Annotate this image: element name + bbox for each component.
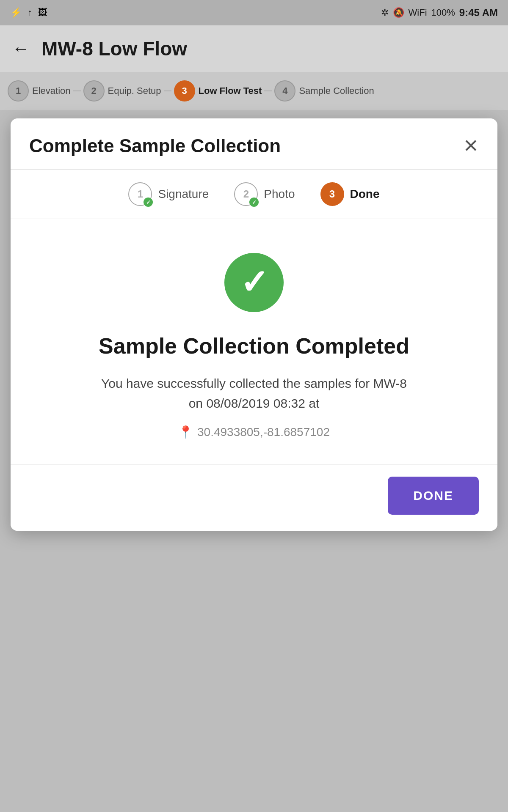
back-button[interactable]: ← [12, 40, 30, 58]
sub-step-2: 2 ✓ Photo [234, 182, 295, 206]
completion-title: Sample Collection Completed [99, 333, 409, 359]
step-4[interactable]: 4 Sample Collection [274, 80, 374, 102]
wifi-icon: WiFi [409, 7, 427, 18]
modal-backdrop: Complete Sample Collection ✕ 1 ✓ Signatu… [0, 110, 508, 812]
success-checkmark-icon: ✓ [240, 266, 268, 299]
step-2-label: Equip. Setup [108, 85, 161, 96]
sub-step-1-check: ✓ [144, 198, 153, 207]
page-title: MW-8 Low Flow [41, 37, 187, 60]
step-navigation: 1 Elevation 2 Equip. Setup 3 Low Flow Te… [0, 72, 508, 110]
step-divider-1 [73, 91, 81, 91]
status-bar: ⚡ ↑ 🖼 ✲ 🔕 WiFi 100% 9:45 AM [0, 0, 508, 25]
step-4-circle: 4 [274, 80, 295, 102]
sub-step-2-check: ✓ [249, 198, 259, 207]
modal-header: Complete Sample Collection ✕ [11, 118, 497, 170]
battery-label: 100% [431, 7, 455, 18]
modal-footer: DONE [11, 464, 497, 531]
sub-step-1-circle: 1 ✓ [128, 182, 152, 206]
mute-icon: 🔕 [393, 7, 404, 18]
sub-step-2-circle: 2 ✓ [234, 182, 258, 206]
sub-step-3-circle: 3 [320, 182, 344, 206]
sub-step-3-label: Done [350, 187, 380, 201]
step-divider-3 [264, 91, 272, 91]
location-coordinates: 30.4933805,-81.6857102 [197, 425, 330, 439]
step-divider-2 [164, 91, 171, 91]
sub-step-1-label: Signature [158, 187, 209, 201]
step-2-circle: 2 [83, 80, 105, 102]
sub-step-3: 3 Done [320, 182, 380, 206]
image-icon: 🖼 [38, 7, 47, 18]
modal-card: Complete Sample Collection ✕ 1 ✓ Signatu… [11, 118, 497, 531]
location-row: 📍 30.4933805,-81.6857102 [178, 425, 330, 439]
modal-body: ✓ Sample Collection Completed You have s… [11, 219, 497, 464]
modal-title: Complete Sample Collection [29, 135, 281, 156]
done-button[interactable]: DONE [388, 477, 479, 515]
sub-step-1: 1 ✓ Signature [128, 182, 209, 206]
time-label: 9:45 AM [459, 7, 498, 19]
sub-step-2-label: Photo [264, 187, 295, 201]
step-3-circle: 3 [174, 80, 195, 102]
bluetooth-icon: ⚡ [10, 7, 22, 18]
step-1-circle: 1 [8, 80, 29, 102]
step-3-label: Low Flow Test [199, 85, 262, 96]
step-1[interactable]: 1 Elevation [8, 80, 71, 102]
step-1-label: Elevation [32, 85, 71, 96]
status-bar-right-icons: ✲ 🔕 WiFi 100% 9:45 AM [381, 7, 498, 19]
step-4-label: Sample Collection [299, 85, 374, 96]
location-pin-icon: 📍 [178, 425, 193, 439]
app-toolbar: ← MW-8 Low Flow [0, 25, 508, 72]
upload-icon: ↑ [28, 7, 32, 18]
step-2[interactable]: 2 Equip. Setup [83, 80, 161, 102]
sub-step-nav: 1 ✓ Signature 2 ✓ Photo 3 Done [11, 170, 497, 219]
step-3[interactable]: 3 Low Flow Test [174, 80, 262, 102]
completion-description: You have successfully collected the samp… [97, 374, 411, 413]
bluetooth-icon2: ✲ [381, 7, 389, 18]
modal-close-button[interactable]: ✕ [463, 137, 479, 155]
status-bar-left-icons: ⚡ ↑ 🖼 [10, 7, 47, 18]
success-icon-circle: ✓ [224, 253, 284, 312]
